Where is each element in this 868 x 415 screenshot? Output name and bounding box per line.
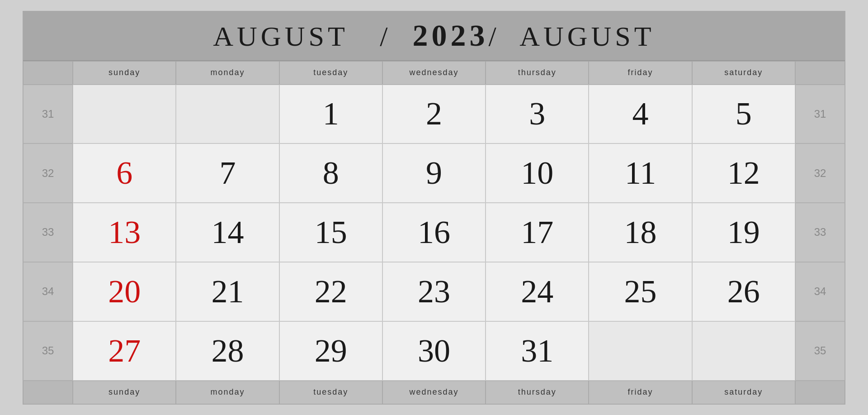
- overflow-right-0: 31: [795, 85, 845, 144]
- cal-cell-w4d2: 29: [279, 321, 382, 381]
- week-label-header-top: [23, 61, 73, 85]
- separator-left: /: [380, 21, 391, 52]
- day-header-friday: friday: [589, 61, 692, 85]
- day-header-monday: monday: [176, 61, 279, 85]
- overflow-right-3: 34: [795, 262, 845, 321]
- overflow-right-4: 35: [795, 321, 845, 381]
- cal-cell-w0d6: 5: [692, 85, 795, 144]
- cal-cell-w4d0: 27: [73, 321, 176, 381]
- cal-cell-w3d5: 25: [589, 262, 692, 321]
- overflow-right-2: 33: [795, 203, 845, 262]
- cal-cell-w4d1: 28: [176, 321, 279, 381]
- day-footer-saturday: saturday: [692, 381, 795, 404]
- week-number-4: 35: [23, 321, 73, 381]
- cal-cell-w3d6: 26: [692, 262, 795, 321]
- day-header-tuesday: tuesday: [279, 61, 382, 85]
- year: 2023: [412, 18, 488, 52]
- week-label-header-bottom: [23, 381, 73, 404]
- day-header-sunday: sunday: [73, 61, 176, 85]
- separator-right: /: [488, 21, 500, 52]
- cal-cell-w4d4: 31: [486, 321, 589, 381]
- cal-cell-w1d3: 9: [382, 143, 486, 203]
- day-footer-thursday: thursday: [486, 381, 589, 404]
- week-number-2: 33: [23, 203, 73, 262]
- cal-cell-w3d4: 24: [486, 262, 589, 321]
- cal-cell-w2d2: 15: [279, 203, 382, 262]
- month-left: AUGUST: [213, 21, 348, 52]
- overflow-header-top: [795, 61, 845, 85]
- cal-cell-w2d3: 16: [382, 203, 486, 262]
- cal-cell-w0d5: 4: [589, 85, 692, 144]
- cal-cell-w4d3: 30: [382, 321, 486, 381]
- cal-cell-w0d0: [73, 85, 176, 144]
- cal-cell-w3d0: 20: [73, 262, 176, 321]
- cal-cell-w0d2: 1: [279, 85, 382, 144]
- cal-cell-w1d2: 8: [279, 143, 382, 203]
- cal-cell-w2d5: 18: [589, 203, 692, 262]
- calendar-header: AUGUST / 2023/ AUGUST: [23, 11, 845, 61]
- cal-cell-w3d1: 21: [176, 262, 279, 321]
- day-footer-monday: monday: [176, 381, 279, 404]
- calendar: AUGUST / 2023/ AUGUST sundaymondaytuesda…: [23, 11, 845, 405]
- calendar-body: sundaymondaytuesdaywednesdaythursdayfrid…: [23, 61, 845, 404]
- overflow-header-bottom: [795, 381, 845, 404]
- cal-cell-w3d2: 22: [279, 262, 382, 321]
- cal-cell-w0d1: [176, 85, 279, 144]
- cal-cell-w1d0: 6: [73, 143, 176, 203]
- week-number-0: 31: [23, 85, 73, 144]
- cal-cell-w0d3: 2: [382, 85, 486, 144]
- day-header-saturday: saturday: [692, 61, 795, 85]
- cal-cell-w4d6: [692, 321, 795, 381]
- overflow-right-1: 32: [795, 143, 845, 203]
- cal-cell-w1d1: 7: [176, 143, 279, 203]
- day-footer-wednesday: wednesday: [382, 381, 486, 404]
- day-header-wednesday: wednesday: [382, 61, 486, 85]
- header-title: AUGUST / 2023/ AUGUST: [213, 18, 655, 53]
- day-footer-sunday: sunday: [73, 381, 176, 404]
- week-number-3: 34: [23, 262, 73, 321]
- day-header-thursday: thursday: [486, 61, 589, 85]
- week-number-1: 32: [23, 143, 73, 203]
- cal-cell-w2d1: 14: [176, 203, 279, 262]
- calendar-grid: sundaymondaytuesdaywednesdaythursdayfrid…: [23, 61, 845, 404]
- cal-cell-w2d4: 17: [486, 203, 589, 262]
- month-right: AUGUST: [519, 21, 655, 52]
- cal-cell-w1d5: 11: [589, 143, 692, 203]
- cal-cell-w1d6: 12: [692, 143, 795, 203]
- cal-cell-w4d5: [589, 321, 692, 381]
- day-footer-tuesday: tuesday: [279, 381, 382, 404]
- cal-cell-w0d4: 3: [486, 85, 589, 144]
- day-footer-friday: friday: [589, 381, 692, 404]
- cal-cell-w2d6: 19: [692, 203, 795, 262]
- cal-cell-w1d4: 10: [486, 143, 589, 203]
- cal-cell-w3d3: 23: [382, 262, 486, 321]
- cal-cell-w2d0: 13: [73, 203, 176, 262]
